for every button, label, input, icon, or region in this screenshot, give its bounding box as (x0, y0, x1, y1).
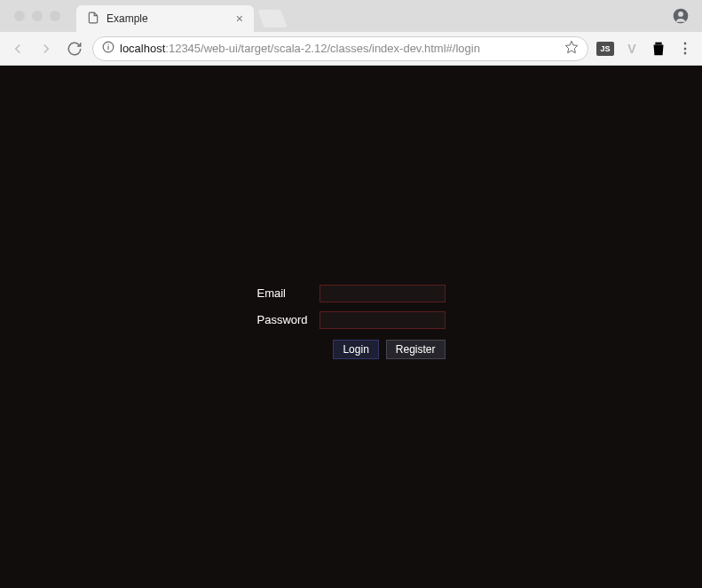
bookmark-star-icon[interactable] (564, 40, 579, 57)
password-label: Password (257, 313, 311, 326)
address-text: localhost:12345/web-ui/target/scala-2.12… (120, 42, 480, 55)
extension-badge: JS (596, 42, 614, 56)
browser-chrome: Example × localhost:12345/web-ui/target/… (0, 0, 702, 66)
browser-tab[interactable]: Example × (76, 5, 254, 32)
svg-marker-5 (565, 41, 577, 52)
window-minimize-icon[interactable] (32, 11, 43, 21)
email-row: Email (257, 285, 446, 302)
address-bar[interactable]: localhost:12345/web-ui/target/scala-2.12… (92, 36, 588, 61)
svg-point-4 (107, 43, 108, 44)
new-tab-button[interactable] (257, 10, 287, 27)
profile-icon[interactable] (672, 7, 690, 28)
forward-button[interactable] (35, 38, 57, 59)
button-row: Login Register (319, 340, 446, 359)
email-label: Email (257, 286, 311, 300)
site-info-icon[interactable] (102, 41, 114, 56)
login-button[interactable]: Login (333, 340, 378, 359)
extension-vue-icon[interactable]: V (622, 39, 642, 59)
tab-title: Example (106, 12, 148, 25)
reload-button[interactable] (64, 38, 85, 59)
trash-icon[interactable] (649, 39, 668, 59)
url-host: localhost (120, 42, 165, 55)
email-field[interactable] (319, 285, 446, 302)
svg-point-1 (678, 12, 683, 17)
window-close-icon[interactable] (14, 11, 25, 21)
tab-bar: Example × (0, 0, 702, 32)
window-maximize-icon[interactable] (50, 11, 60, 21)
browser-toolbar: localhost:12345/web-ui/target/scala-2.12… (0, 32, 702, 66)
page-icon (87, 12, 99, 27)
url-path: :12345/web-ui/target/scala-2.12/classes/… (165, 42, 480, 55)
extension-js-icon[interactable]: JS (596, 39, 615, 59)
back-button[interactable] (7, 38, 28, 59)
password-row: Password (257, 311, 446, 329)
password-field[interactable] (319, 311, 446, 329)
login-form: Email Password Login Register (257, 285, 446, 359)
close-icon[interactable]: × (236, 12, 243, 26)
page-viewport: Email Password Login Register (0, 66, 702, 588)
kebab-menu-icon[interactable]: ⋮ (675, 39, 695, 59)
register-button[interactable]: Register (386, 340, 446, 359)
window-controls (7, 0, 67, 32)
